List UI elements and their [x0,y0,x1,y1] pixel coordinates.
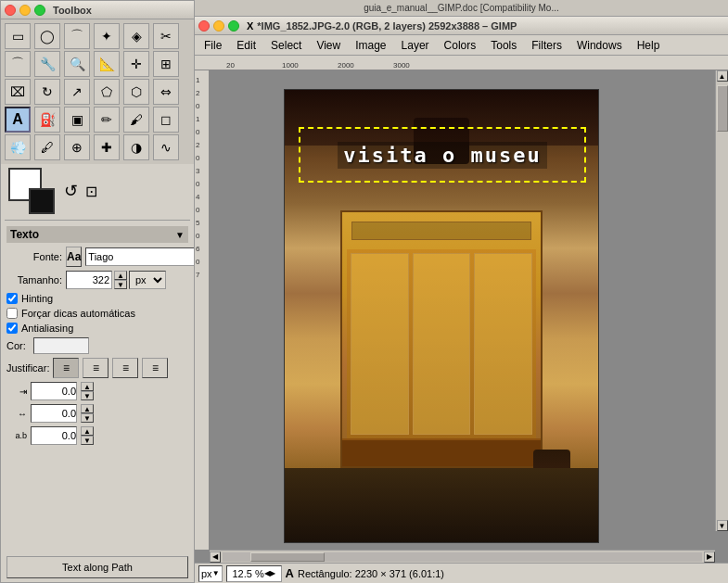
menu-layer[interactable]: Layer [394,37,437,54]
menu-image[interactable]: Image [348,37,393,54]
indent-input-2[interactable] [31,404,77,423]
tool-color-select[interactable]: ◈ [123,23,149,49]
text-along-path-button[interactable]: Text along Path [6,556,188,578]
maximize-btn[interactable] [34,5,45,16]
gimp-maximize-btn[interactable] [228,20,239,32]
scrollbar-horizontal[interactable]: ◀ ▶ [210,550,715,563]
foreground-bg-colors[interactable] [8,168,55,214]
tool-blend[interactable]: ▣ [64,107,90,133]
doc-titlebar: guia_e_manual__GIMP.doc [Compatibility M… [195,0,728,17]
antialiasing-checkbox[interactable] [6,323,18,334]
menu-help[interactable]: Help [630,37,668,54]
tool-eraser[interactable]: ◻ [153,107,179,133]
swap-colors-icon[interactable]: ↺ [64,181,78,201]
tool-text[interactable]: A [5,107,31,133]
tool-airbrush[interactable]: 💨 [5,134,31,160]
tamanho-down[interactable]: ▼ [114,280,127,289]
tool-shear[interactable]: ⬠ [94,79,120,105]
indent-row-1: ⇥ ▲ ▼ [6,382,188,400]
tool-crop[interactable]: ⌧ [5,79,31,105]
indent-row-2: ↔ ▲ ▼ [6,404,188,423]
tool-lasso[interactable]: ⌒ [64,23,90,49]
ruler-left-mark-5: 0 [195,126,209,139]
altar-top [351,222,531,240]
zoom-display[interactable]: 12.5 % ◀▶ [226,565,282,582]
indent-input-1[interactable] [31,382,77,400]
tool-scale[interactable]: ↗ [64,79,90,105]
zoom-fit-icon[interactable]: A [286,566,294,580]
scroll-right-btn[interactable]: ▶ [704,551,715,563]
indent-up-3[interactable]: ▲ [81,426,94,436]
tamanho-input[interactable] [66,271,112,289]
hinting-checkbox[interactable] [6,293,18,304]
scrollbar-thumb-v[interactable] [717,85,728,132]
tool-rotate[interactable]: ↻ [34,79,60,105]
tool-align[interactable]: ⊞ [153,51,179,77]
tool-bucket-fill[interactable]: ⛽ [34,107,60,133]
indent-up-2[interactable]: ▲ [81,404,94,413]
scroll-down-btn[interactable]: ▼ [717,520,728,531]
forcar-checkbox[interactable] [6,308,18,319]
menu-edit[interactable]: Edit [229,37,263,54]
tool-perspective[interactable]: ⬡ [123,79,149,105]
tool-paintbrush[interactable]: 🖌 [123,107,149,133]
menu-file[interactable]: File [197,37,229,54]
tool-color-picker[interactable]: 🔧 [34,51,60,77]
tamanho-up[interactable]: ▲ [114,271,127,280]
unit-display[interactable]: px ▼ [198,565,223,582]
tool-move[interactable]: ✛ [123,51,149,77]
tool-smudge[interactable]: ∿ [153,134,179,160]
gimp-icon: X [247,20,253,32]
tool-scissors[interactable]: ✂ [153,23,179,49]
justify-center-btn[interactable]: ≡ [83,358,109,378]
tool-fuzzy-select[interactable]: ✦ [94,23,120,49]
tool-flip[interactable]: ⇔ [153,79,179,105]
tool-rect-select[interactable]: ▭ [5,23,31,49]
background-color[interactable] [29,188,55,214]
menu-select[interactable]: Select [263,37,309,54]
font-picker-btn[interactable]: Aa [66,247,82,267]
scroll-up-btn[interactable]: ▲ [717,70,728,82]
indent-down-3[interactable]: ▼ [81,436,94,445]
indent-input-3[interactable] [31,426,77,445]
tool-ellipse-select[interactable]: ◯ [34,23,60,49]
tool-zoom[interactable]: 🔍 [64,51,90,77]
gimp-close-btn[interactable] [198,20,210,32]
tool-dodge-burn[interactable]: ◑ [123,134,149,160]
tool-measure[interactable]: 📐 [94,51,120,77]
menu-filters[interactable]: Filters [524,37,569,54]
reset-colors-icon[interactable]: ⊡ [85,183,97,200]
ruler-left-mark-16: 7 [195,269,209,282]
tool-ink[interactable]: 🖋 [34,134,60,160]
cor-row: Cor: [6,337,188,354]
minimize-btn[interactable] [19,5,31,16]
tool-pencil[interactable]: ✏ [94,107,120,133]
indent-down-1[interactable]: ▼ [81,391,94,400]
menu-colors[interactable]: Colors [437,37,484,54]
menu-view[interactable]: View [309,37,348,54]
fonte-input[interactable] [85,247,194,266]
cor-swatch[interactable] [33,337,89,354]
indent-down-2[interactable]: ▼ [81,413,94,423]
options-collapse-icon[interactable]: ▼ [175,230,185,240]
tamanho-unit-select[interactable]: px pt mm [129,271,166,289]
menu-windows[interactable]: Windows [569,37,630,54]
close-btn[interactable] [5,5,16,16]
justify-left-btn[interactable]: ≡ [53,358,79,378]
justify-fill-btn[interactable]: ≡ [142,358,168,378]
scrollbar-thumb-h[interactable] [250,552,325,562]
menu-tools[interactable]: Tools [483,37,524,54]
scrollbar-vertical[interactable]: ▲ ▼ [715,70,728,531]
canvas-area[interactable]: visita o museu ▲ ▼ [210,70,728,550]
ruler-tick-3000: 3000 [393,61,449,70]
gimp-minimize-btn[interactable] [213,20,224,32]
tool-paths[interactable]: ⌒ [5,51,31,77]
tool-heal[interactable]: ✚ [94,134,120,160]
scroll-left-btn[interactable]: ◀ [210,551,221,563]
text-selection-box[interactable]: visita o museu [299,127,586,183]
canvas-container: 20 1000 2000 3000 1 2 0 1 0 2 0 3 0 4 0 … [195,56,728,583]
indent-up-1[interactable]: ▲ [81,382,94,391]
image-canvas[interactable]: visita o museu [284,89,599,543]
justify-right-btn[interactable]: ≡ [112,358,138,378]
tool-clone[interactable]: ⊕ [64,134,90,160]
